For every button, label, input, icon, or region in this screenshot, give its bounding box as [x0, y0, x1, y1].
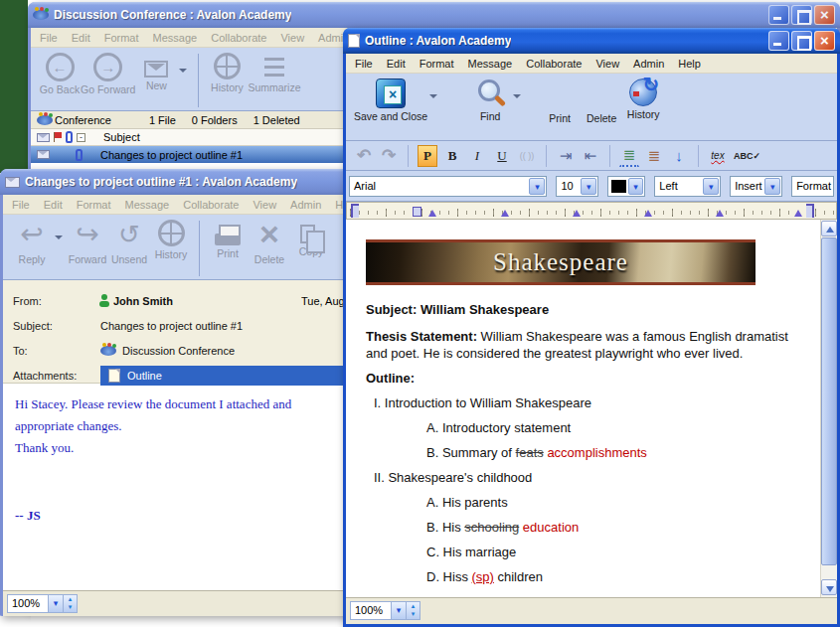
outline-text: II. Shakespeare's childhood [374, 470, 532, 485]
menu-item-file[interactable]: File [12, 199, 30, 211]
toolbar-reply-button[interactable]: Reply [11, 220, 53, 265]
vertical-scrollbar[interactable] [820, 220, 837, 597]
underline-button[interactable]: U [492, 145, 512, 167]
spellcheck-icon[interactable] [733, 145, 761, 167]
bold-button[interactable]: B [442, 145, 462, 167]
italic-button[interactable]: I [467, 145, 487, 167]
toolbar-summarize-button[interactable]: Summarize [248, 53, 300, 93]
redo-icon[interactable]: ↷ [379, 145, 399, 167]
menu-item-view[interactable]: View [280, 32, 304, 44]
zoom-dropdown-icon[interactable]: ▾ [48, 595, 63, 612]
undo-icon[interactable]: ↶ [354, 145, 374, 167]
collapse-icon[interactable]: - [77, 133, 85, 142]
toolbar-unsend-button[interactable]: Unsend [108, 220, 150, 265]
attachment-item[interactable]: Outline [100, 366, 361, 386]
outline-text: D. Hiss [426, 569, 472, 584]
menu-item-view[interactable]: View [252, 199, 276, 211]
right-margin-marker[interactable] [806, 204, 814, 218]
toolbar-go-back-button[interactable]: Go Back [39, 53, 81, 95]
move-down-icon[interactable]: ↓ [669, 145, 689, 167]
toolbar-print-button[interactable]: Print [207, 220, 249, 259]
minimize-button[interactable] [768, 5, 789, 25]
tab-stop[interactable] [794, 210, 802, 217]
toolbar-save-and-close-button[interactable]: Save and Close [354, 78, 427, 122]
tab-stop[interactable] [573, 210, 581, 217]
menu-item-admin[interactable]: Admin [290, 199, 321, 211]
toolbar-go-forward-button[interactable]: Go Forward [81, 53, 135, 95]
zoom-control[interactable]: 100% ▾ ▴▾ [350, 601, 420, 620]
toolbar-delete-button[interactable]: Delete [249, 220, 290, 265]
ruler[interactable] [346, 202, 837, 220]
menu-item-message[interactable]: Message [125, 199, 170, 211]
scrollbar-thumb[interactable] [821, 237, 837, 565]
desktop-background [0, 0, 28, 173]
menu-item-collaborate[interactable]: Collaborate [183, 199, 239, 211]
align-select[interactable]: Left ▾ [654, 176, 721, 197]
dropdown-arrow-icon[interactable] [513, 94, 521, 98]
menu-item-edit[interactable]: Edit [72, 32, 90, 44]
minimize-button[interactable] [768, 31, 789, 51]
left-margin-marker[interactable] [351, 204, 359, 218]
field-value[interactable]: Outline [100, 366, 361, 386]
track-changes-icon[interactable]: ≣ [619, 145, 639, 167]
font-family-select[interactable]: Arial ▾ [349, 176, 547, 197]
insert-value: Insert [735, 180, 762, 192]
menu-item-format[interactable]: Format [104, 32, 139, 44]
format-select[interactable]: Format [791, 176, 834, 197]
close-button[interactable] [814, 5, 835, 25]
maximize-button[interactable] [791, 31, 812, 51]
menu-item-file[interactable]: File [40, 32, 58, 44]
font-size-select[interactable]: 10 ▾ [556, 176, 598, 197]
menu-item-format[interactable]: Format [77, 199, 111, 211]
tab-stop[interactable] [716, 210, 724, 217]
outline-title-bar[interactable]: Outline : Avalon Academy [343, 28, 840, 54]
scroll-down-icon[interactable] [821, 579, 837, 595]
outdent-icon[interactable]: ⇤ [581, 145, 600, 167]
indent-icon[interactable]: ⇥ [556, 145, 576, 167]
toolbar-find-button[interactable]: Find [469, 78, 511, 122]
spellcheck-as-you-type-icon[interactable] [708, 145, 728, 167]
menu-item-view[interactable]: View [595, 58, 619, 70]
menu-item-collaborate[interactable]: Collaborate [211, 32, 266, 44]
dropdown-arrow-icon[interactable] [179, 69, 187, 73]
menu-item-help[interactable]: Help [678, 58, 701, 70]
dropdown-arrow-icon[interactable] [55, 235, 63, 239]
menu-item-format[interactable]: Format [420, 58, 454, 70]
discussion-title-bar[interactable]: Discussion Conference : Avalon Academy [28, 2, 840, 28]
menu-item-collaborate[interactable]: Collaborate [526, 58, 582, 70]
scroll-up-icon[interactable] [821, 221, 837, 236]
menu-item-message[interactable]: Message [468, 58, 513, 70]
tab-stop[interactable] [501, 210, 509, 217]
document-editor[interactable]: Shakespeare Subject: William Shakespeare… [346, 220, 820, 597]
menu-item-edit[interactable]: Edit [387, 58, 406, 70]
zoom-dropdown-icon[interactable]: ▾ [391, 602, 406, 619]
subject-column-label[interactable]: Subject [103, 131, 140, 143]
insert-select[interactable]: Insert ▾ [730, 176, 782, 197]
menu-item-message[interactable]: Message [153, 32, 198, 44]
toolbar-forward-button[interactable]: Forward [67, 220, 108, 265]
plain-style-button[interactable]: P [418, 145, 437, 167]
maximize-button[interactable] [791, 5, 812, 25]
menu-item-edit[interactable]: Edit [44, 199, 63, 211]
zoom-spinner[interactable]: ▴▾ [406, 602, 420, 619]
tab-stop[interactable] [644, 210, 652, 217]
toolbar-copy-button[interactable]: Copy [290, 220, 332, 257]
zoom-spinner[interactable]: ▴▾ [63, 595, 77, 612]
toolbar-history-button[interactable]: History [150, 220, 192, 260]
close-button[interactable] [814, 31, 835, 51]
toolbar-delete-button[interactable]: Delete [581, 78, 622, 124]
toolbar-new-button[interactable]: New [135, 53, 177, 91]
quote-style-icon[interactable]: (( )) [517, 145, 537, 167]
dropdown-arrow-icon[interactable] [429, 94, 437, 98]
accept-changes-icon[interactable]: ≣ [644, 145, 664, 167]
menu-item-admin[interactable]: Admin [633, 58, 664, 70]
menu-item-file[interactable]: File [355, 58, 373, 70]
toolbar-print-button[interactable]: Print [539, 78, 581, 124]
tab-stop[interactable] [428, 210, 436, 217]
toolbar-history-button[interactable]: History [206, 53, 248, 93]
zoom-control[interactable]: 100% ▾ ▴▾ [7, 594, 78, 613]
toolbar-history-button[interactable]: History [622, 78, 664, 120]
paperclip-icon [66, 131, 73, 143]
font-color-select[interactable]: ▾ [607, 176, 645, 197]
indent-marker[interactable] [413, 207, 421, 217]
